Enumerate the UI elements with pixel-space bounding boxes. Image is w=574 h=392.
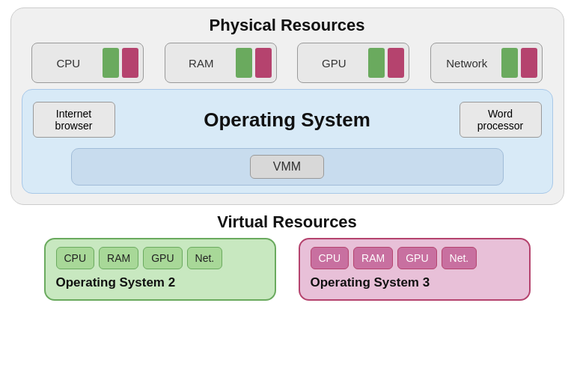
virtual-title: Virtual Resources — [21, 212, 554, 232]
cpu-label: CPU — [37, 57, 100, 70]
ram-label: RAM — [170, 57, 233, 70]
vm2-resource-row: CPU RAM GPU Net. — [56, 247, 264, 269]
vmm-row: VMM — [33, 148, 542, 186]
os-title: Operating System — [115, 108, 459, 132]
network-label: Network — [436, 57, 498, 70]
physical-resources-box: Physical Resources CPU RAM GPU Network — [10, 7, 564, 205]
vm3-resource-row: CPU RAM GPU Net. — [311, 247, 519, 269]
word-processor-box: Word processor — [459, 102, 542, 138]
virtual-resources-section: Virtual Resources CPU RAM GPU Net. Opera… — [10, 212, 564, 307]
vm2-cpu-chip: CPU — [56, 247, 95, 269]
vm2-gpu-chip: GPU — [143, 247, 182, 269]
cpu-green-bar — [103, 48, 119, 78]
gpu-block: GPU — [297, 43, 409, 83]
vmm-outer-box: VMM — [71, 148, 504, 186]
ram-purple-bar — [255, 48, 272, 78]
virtual-row: CPU RAM GPU Net. Operating System 2 CPU … — [21, 238, 554, 301]
network-purple-bar — [521, 48, 537, 78]
os-row: Internet browser Operating System Word p… — [33, 97, 542, 142]
vm2-os-label: Operating System 2 — [56, 275, 264, 290]
ram-green-bar — [236, 48, 252, 78]
gpu-label: GPU — [302, 57, 365, 70]
vm3-ram-chip: RAM — [353, 247, 393, 269]
hardware-row: CPU RAM GPU Network — [22, 43, 553, 83]
network-green-bar — [501, 48, 518, 78]
ram-block: RAM — [165, 43, 277, 83]
vm3-os-label: Operating System 3 — [311, 275, 519, 290]
vmm-box: VMM — [250, 155, 324, 179]
gpu-purple-bar — [388, 48, 404, 78]
physical-title: Physical Resources — [22, 16, 553, 35]
vm2-box: CPU RAM GPU Net. Operating System 2 — [44, 238, 276, 301]
vm3-net-chip: Net. — [442, 247, 477, 269]
vm3-cpu-chip: CPU — [311, 247, 349, 269]
cpu-purple-bar — [122, 48, 138, 78]
vm2-ram-chip: RAM — [99, 247, 138, 269]
internet-browser-box: Internet browser — [33, 102, 115, 138]
cpu-block: CPU — [31, 43, 144, 83]
vm3-gpu-chip: GPU — [397, 247, 436, 269]
network-block: Network — [430, 43, 543, 83]
vm2-net-chip: Net. — [187, 247, 223, 269]
gpu-green-bar — [368, 48, 385, 78]
operating-system-box: Internet browser Operating System Word p… — [22, 89, 553, 194]
vm3-box: CPU RAM GPU Net. Operating System 3 — [299, 238, 531, 301]
